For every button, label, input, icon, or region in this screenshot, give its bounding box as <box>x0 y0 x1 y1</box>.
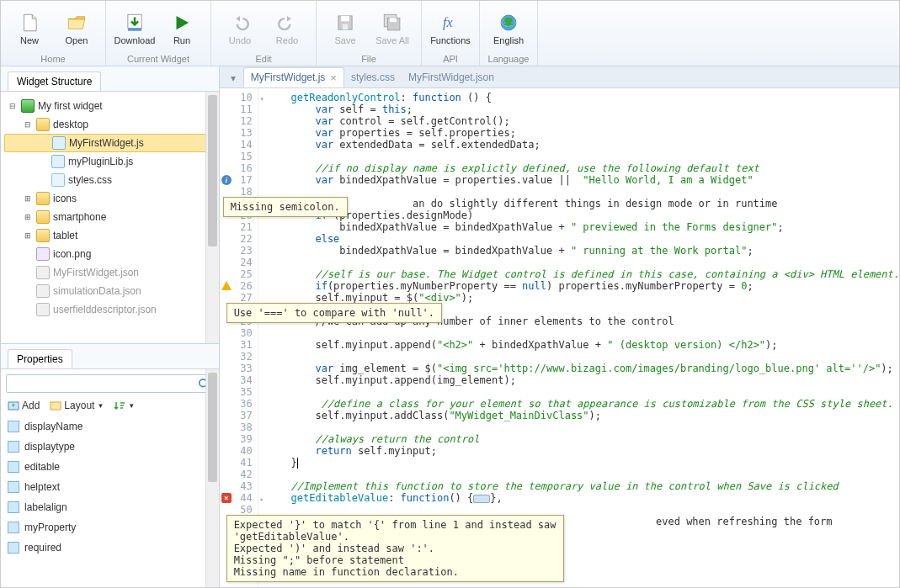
editor-pane: ▾ MyFirstWidget.js×styles.cssMyFirstWidg… <box>220 66 899 587</box>
tree-item[interactable]: simulationData.json <box>4 282 216 300</box>
undo-button[interactable]: Undo <box>216 5 264 52</box>
img-icon <box>36 247 50 261</box>
close-icon[interactable]: × <box>330 72 337 84</box>
tree-item[interactable]: ⊟desktop <box>4 115 216 134</box>
info-icon[interactable]: i <box>221 175 232 185</box>
tree-item[interactable]: ⊟My first widget <box>4 97 216 115</box>
editor-tabbar: ▾ MyFirstWidget.js×styles.cssMyFirstWidg… <box>220 66 899 88</box>
svg-text:fx: fx <box>443 15 454 30</box>
svg-rect-3 <box>341 16 349 22</box>
tree-item[interactable]: ⊞smartphone <box>4 208 216 226</box>
tree-item[interactable]: userfielddescriptor.json <box>4 300 216 319</box>
property-row[interactable]: displayName <box>1 416 219 437</box>
tree-item[interactable]: MyFirstWidget.js <box>4 134 216 152</box>
tree-toggle-icon[interactable]: ⊟ <box>23 120 33 129</box>
svg-rect-15 <box>51 402 61 410</box>
folder-icon <box>36 118 50 131</box>
widget-structure-tab[interactable]: Widget Structure <box>8 72 101 91</box>
warning-icon[interactable] <box>221 281 232 290</box>
open-button[interactable]: Open <box>53 5 100 52</box>
tree-item[interactable]: ⊞tablet <box>4 226 216 245</box>
widget-structure-panel: ⊟My first widget⊟desktopMyFirstWidget.js… <box>1 91 219 343</box>
property-row[interactable]: editable <box>1 457 219 477</box>
js-icon <box>51 155 65 168</box>
json-icon <box>36 284 50 298</box>
layout-button[interactable]: Layout ▼ <box>50 400 104 411</box>
add-property-button[interactable]: + Add <box>8 400 40 411</box>
save-button[interactable]: Save <box>322 5 369 52</box>
property-icon <box>8 421 19 432</box>
redo-button[interactable]: Redo <box>264 5 311 52</box>
property-row[interactable]: labelalign <box>1 497 219 517</box>
css-icon <box>51 173 65 187</box>
property-row[interactable]: displaytype <box>1 437 219 457</box>
code-editor[interactable]: 10▾111213141516i171819202122232425262728… <box>220 88 899 587</box>
svg-rect-4 <box>343 24 349 30</box>
tree-toggle-icon[interactable]: ⊞ <box>23 213 33 221</box>
svg-rect-7 <box>390 18 397 22</box>
ribbon-toolbar: NewOpenHomeDownloadRunCurrent WidgetUndo… <box>1 1 899 66</box>
tree-toggle-icon[interactable]: ⊞ <box>23 231 33 240</box>
box-icon <box>21 99 35 113</box>
svg-rect-1 <box>128 29 141 31</box>
editor-tab[interactable]: styles.css <box>344 67 402 87</box>
tree-scrollbar[interactable] <box>205 92 219 343</box>
lint-tooltip: Use '===' to compare with 'null'. <box>226 303 442 323</box>
folder-icon <box>36 229 50 242</box>
properties-scrollbar[interactable] <box>205 369 219 587</box>
tree-item[interactable]: ⊞icons <box>4 189 216 208</box>
functions-button[interactable]: fxFunctions <box>427 5 474 52</box>
editor-tab[interactable]: MyFirstWidget.json <box>402 67 501 87</box>
json-icon <box>36 303 50 316</box>
property-icon <box>8 501 19 513</box>
error-icon[interactable]: × <box>221 493 232 503</box>
download-button[interactable]: Download <box>111 5 158 52</box>
tree-item[interactable]: icon.png <box>4 245 216 263</box>
tree-toggle-icon[interactable]: ⊞ <box>23 194 33 203</box>
folder-icon <box>36 192 50 205</box>
property-icon <box>8 542 19 554</box>
tree-item[interactable]: myPluginLib.js <box>4 152 216 171</box>
properties-panel: Properties + Add <box>1 343 219 587</box>
properties-search-input[interactable] <box>7 375 194 392</box>
sort-button[interactable]: ▼ <box>114 400 135 411</box>
english-button[interactable]: English <box>485 5 532 52</box>
property-icon <box>8 461 19 473</box>
tab-prev-button[interactable]: ▾ <box>223 69 243 87</box>
property-icon <box>8 481 19 493</box>
saveall-button[interactable]: Save All <box>369 5 416 52</box>
folder-icon <box>36 210 50 224</box>
svg-text:+: + <box>11 401 15 410</box>
editor-tab[interactable]: MyFirstWidget.js× <box>243 67 344 87</box>
lint-tooltip: Expected '}' to match '{' from line 1 an… <box>226 515 564 582</box>
new-button[interactable]: New <box>6 5 53 52</box>
property-icon <box>8 441 19 453</box>
property-row[interactable]: helptext <box>1 477 219 497</box>
json-icon <box>36 266 50 279</box>
properties-tab[interactable]: Properties <box>8 349 72 368</box>
run-button[interactable]: Run <box>158 5 205 52</box>
lint-tooltip: Missing semicolon. <box>223 197 348 217</box>
tree-toggle-icon[interactable]: ⊟ <box>8 102 18 110</box>
property-row[interactable]: required <box>1 538 219 558</box>
property-icon <box>8 522 19 533</box>
property-row[interactable]: myProperty <box>1 517 219 538</box>
left-pane: Widget Structure ⊟My first widget⊟deskto… <box>1 66 220 587</box>
tree-item[interactable]: MyFirstWidget.json <box>4 263 216 282</box>
js-icon <box>52 136 66 150</box>
tree-item[interactable]: styles.css <box>4 171 216 189</box>
